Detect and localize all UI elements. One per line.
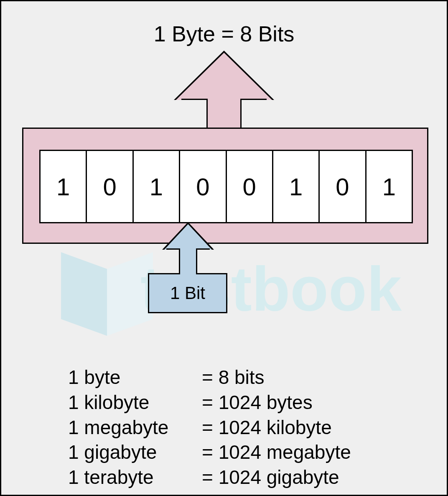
bit-cell: 0 (87, 151, 133, 222)
bit-cell: 0 (227, 151, 273, 222)
conversion-row: 1 megabyte = 1024 kilobyte (68, 415, 351, 440)
conversion-value: = 1024 gigabyte (202, 465, 339, 490)
conversion-unit: 1 gigabyte (68, 440, 202, 465)
bit-row: 1 0 1 0 0 1 0 1 (39, 150, 413, 223)
bit-cell: 1 (367, 151, 412, 222)
bit-cell: 1 (273, 151, 320, 222)
conversion-value: = 1024 megabyte (202, 440, 351, 465)
conversion-table: 1 byte = 8 bits 1 kilobyte = 1024 bytes … (68, 365, 351, 490)
conversion-value: = 1024 bytes (202, 390, 313, 415)
byte-up-arrow (174, 51, 274, 130)
conversion-unit: 1 megabyte (68, 415, 202, 440)
conversion-value: = 1024 kilobyte (202, 415, 332, 440)
conversion-unit: 1 terabyte (68, 465, 202, 490)
bit-cell: 0 (320, 151, 366, 222)
bit-up-arrow (162, 222, 214, 276)
diagram-title: 1 Byte = 8 Bits (1, 21, 447, 46)
conversion-unit: 1 kilobyte (68, 390, 202, 415)
byte-container: 1 0 1 0 0 1 0 1 (22, 128, 428, 244)
bit-cell: 1 (41, 151, 87, 222)
conversion-row: 1 terabyte = 1024 gigabyte (68, 465, 351, 490)
bit-label-box: 1 Bit (148, 273, 227, 313)
bit-label-text: 1 Bit (170, 283, 205, 303)
bit-arrow-blend (180, 272, 196, 275)
conversion-value: = 8 bits (202, 365, 265, 390)
bit-cell: 1 (134, 151, 180, 222)
conversion-row: 1 byte = 8 bits (68, 365, 351, 390)
conversion-row: 1 kilobyte = 1024 bytes (68, 390, 351, 415)
conversion-unit: 1 byte (68, 365, 202, 390)
conversion-row: 1 gigabyte = 1024 megabyte (68, 440, 351, 465)
bit-cell: 0 (180, 151, 227, 222)
